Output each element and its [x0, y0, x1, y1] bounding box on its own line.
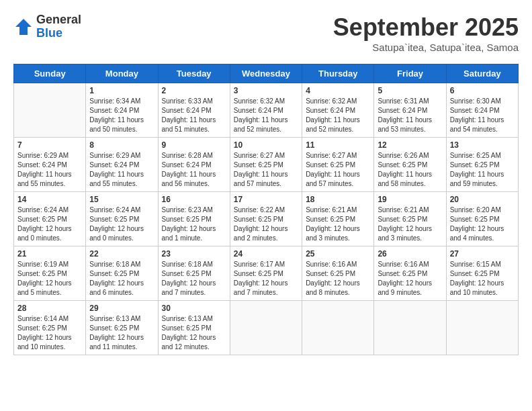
- day-info: Sunrise: 6:26 AMSunset: 6:25 PMDaylight:…: [378, 151, 442, 189]
- calendar-cell: 21Sunrise: 6:19 AMSunset: 6:25 PMDayligh…: [14, 246, 86, 301]
- day-number: 26: [378, 249, 442, 259]
- day-header-wednesday: Wednesday: [230, 64, 302, 83]
- calendar-cell: 13Sunrise: 6:25 AMSunset: 6:25 PMDayligh…: [446, 138, 518, 192]
- calendar-cell: 24Sunrise: 6:17 AMSunset: 6:25 PMDayligh…: [230, 246, 302, 301]
- day-info: Sunrise: 6:32 AMSunset: 6:24 PMDaylight:…: [306, 97, 370, 134]
- calendar-cell: 23Sunrise: 6:18 AMSunset: 6:25 PMDayligh…: [158, 246, 230, 301]
- calendar-cell: 11Sunrise: 6:27 AMSunset: 6:25 PMDayligh…: [302, 138, 374, 192]
- calendar-cell: 10Sunrise: 6:27 AMSunset: 6:25 PMDayligh…: [230, 138, 302, 192]
- page-header: General Blue September 2025 Satupa`itea,…: [13, 13, 519, 53]
- day-number: 21: [17, 249, 82, 259]
- calendar-cell: 12Sunrise: 6:26 AMSunset: 6:25 PMDayligh…: [374, 138, 446, 192]
- day-info: Sunrise: 6:14 AMSunset: 6:25 PMDaylight:…: [17, 314, 82, 352]
- calendar-cell: 27Sunrise: 6:15 AMSunset: 6:25 PMDayligh…: [446, 246, 518, 301]
- day-number: 16: [162, 195, 226, 204]
- day-info: Sunrise: 6:13 AMSunset: 6:25 PMDaylight:…: [162, 314, 226, 352]
- calendar-cell: 18Sunrise: 6:21 AMSunset: 6:25 PMDayligh…: [302, 192, 374, 246]
- day-number: 18: [306, 195, 370, 204]
- calendar-cell: 9Sunrise: 6:28 AMSunset: 6:24 PMDaylight…: [158, 138, 230, 192]
- day-number: 28: [17, 304, 82, 313]
- calendar-week-row: 28Sunrise: 6:14 AMSunset: 6:25 PMDayligh…: [14, 301, 519, 355]
- day-info: Sunrise: 6:25 AMSunset: 6:25 PMDaylight:…: [450, 151, 515, 189]
- calendar-cell: [14, 83, 86, 138]
- calendar-cell: 16Sunrise: 6:23 AMSunset: 6:25 PMDayligh…: [158, 192, 230, 246]
- calendar-cell: 2Sunrise: 6:33 AMSunset: 6:24 PMDaylight…: [158, 83, 230, 138]
- calendar-cell: 7Sunrise: 6:29 AMSunset: 6:24 PMDaylight…: [14, 138, 86, 192]
- day-header-friday: Friday: [374, 64, 446, 83]
- day-number: 8: [89, 140, 154, 150]
- day-number: 27: [450, 249, 515, 259]
- day-info: Sunrise: 6:18 AMSunset: 6:25 PMDaylight:…: [89, 260, 154, 298]
- calendar-title: September 2025: [333, 13, 519, 42]
- calendar-cell: 22Sunrise: 6:18 AMSunset: 6:25 PMDayligh…: [86, 246, 158, 301]
- day-info: Sunrise: 6:16 AMSunset: 6:25 PMDaylight:…: [306, 260, 370, 298]
- calendar-cell: 14Sunrise: 6:24 AMSunset: 6:25 PMDayligh…: [14, 192, 86, 246]
- calendar-subtitle: Satupa`itea, Satupa`itea, Samoa: [333, 42, 519, 53]
- calendar-cell: [302, 301, 374, 355]
- calendar-week-row: 7Sunrise: 6:29 AMSunset: 6:24 PMDaylight…: [14, 138, 519, 192]
- day-header-saturday: Saturday: [446, 64, 518, 83]
- day-info: Sunrise: 6:29 AMSunset: 6:24 PMDaylight:…: [17, 151, 82, 189]
- title-block: September 2025 Satupa`itea, Satupa`itea,…: [333, 13, 519, 53]
- calendar-header-row: SundayMondayTuesdayWednesdayThursdayFrid…: [14, 64, 519, 83]
- day-number: 2: [162, 86, 226, 95]
- calendar-cell: [230, 301, 302, 355]
- day-number: 29: [89, 304, 154, 313]
- day-number: 3: [234, 86, 298, 95]
- day-number: 10: [234, 140, 298, 150]
- calendar-cell: 20Sunrise: 6:20 AMSunset: 6:25 PMDayligh…: [446, 192, 518, 246]
- day-number: 13: [450, 140, 515, 150]
- day-number: 12: [378, 140, 442, 150]
- day-number: 9: [162, 140, 226, 150]
- svg-marker-0: [15, 19, 32, 35]
- calendar-table: SundayMondayTuesdayWednesdayThursdayFrid…: [13, 64, 519, 355]
- day-number: 30: [162, 304, 226, 313]
- day-info: Sunrise: 6:31 AMSunset: 6:24 PMDaylight:…: [378, 97, 442, 134]
- day-number: 6: [450, 86, 515, 95]
- day-info: Sunrise: 6:29 AMSunset: 6:24 PMDaylight:…: [89, 151, 154, 189]
- day-info: Sunrise: 6:15 AMSunset: 6:25 PMDaylight:…: [450, 260, 515, 298]
- calendar-cell: 25Sunrise: 6:16 AMSunset: 6:25 PMDayligh…: [302, 246, 374, 301]
- calendar-cell: 17Sunrise: 6:22 AMSunset: 6:25 PMDayligh…: [230, 192, 302, 246]
- day-number: 19: [378, 195, 442, 204]
- day-number: 7: [17, 140, 82, 150]
- day-header-sunday: Sunday: [14, 64, 86, 83]
- day-number: 20: [450, 195, 515, 204]
- day-info: Sunrise: 6:24 AMSunset: 6:25 PMDaylight:…: [17, 205, 82, 243]
- calendar-cell: 4Sunrise: 6:32 AMSunset: 6:24 PMDaylight…: [302, 83, 374, 138]
- day-number: 17: [234, 195, 298, 204]
- calendar-cell: 19Sunrise: 6:21 AMSunset: 6:25 PMDayligh…: [374, 192, 446, 246]
- day-number: 14: [17, 195, 82, 204]
- day-header-thursday: Thursday: [302, 64, 374, 83]
- logo-icon: [13, 17, 34, 37]
- day-info: Sunrise: 6:24 AMSunset: 6:25 PMDaylight:…: [89, 205, 154, 243]
- calendar-cell: 3Sunrise: 6:32 AMSunset: 6:24 PMDaylight…: [230, 83, 302, 138]
- calendar-cell: [374, 301, 446, 355]
- day-info: Sunrise: 6:18 AMSunset: 6:25 PMDaylight:…: [162, 260, 226, 298]
- calendar-cell: 1Sunrise: 6:34 AMSunset: 6:24 PMDaylight…: [86, 83, 158, 138]
- day-number: 5: [378, 86, 442, 95]
- logo-text: General Blue: [36, 13, 81, 40]
- day-number: 11: [306, 140, 370, 150]
- calendar-cell: 28Sunrise: 6:14 AMSunset: 6:25 PMDayligh…: [14, 301, 86, 355]
- day-info: Sunrise: 6:13 AMSunset: 6:25 PMDaylight:…: [89, 314, 154, 352]
- day-info: Sunrise: 6:22 AMSunset: 6:25 PMDaylight:…: [234, 205, 298, 243]
- day-number: 22: [89, 249, 154, 259]
- day-info: Sunrise: 6:34 AMSunset: 6:24 PMDaylight:…: [89, 97, 154, 134]
- day-number: 23: [162, 249, 226, 259]
- day-info: Sunrise: 6:28 AMSunset: 6:24 PMDaylight:…: [162, 151, 226, 189]
- day-info: Sunrise: 6:23 AMSunset: 6:25 PMDaylight:…: [162, 205, 226, 243]
- calendar-cell: 5Sunrise: 6:31 AMSunset: 6:24 PMDaylight…: [374, 83, 446, 138]
- calendar-cell: 6Sunrise: 6:30 AMSunset: 6:24 PMDaylight…: [446, 83, 518, 138]
- day-info: Sunrise: 6:32 AMSunset: 6:24 PMDaylight:…: [234, 97, 298, 134]
- logo-general: General: [36, 13, 81, 27]
- day-info: Sunrise: 6:21 AMSunset: 6:25 PMDaylight:…: [378, 205, 442, 243]
- calendar-cell: 26Sunrise: 6:16 AMSunset: 6:25 PMDayligh…: [374, 246, 446, 301]
- day-info: Sunrise: 6:21 AMSunset: 6:25 PMDaylight:…: [306, 205, 370, 243]
- calendar-cell: 30Sunrise: 6:13 AMSunset: 6:25 PMDayligh…: [158, 301, 230, 355]
- calendar-week-row: 14Sunrise: 6:24 AMSunset: 6:25 PMDayligh…: [14, 192, 519, 246]
- day-info: Sunrise: 6:19 AMSunset: 6:25 PMDaylight:…: [17, 260, 82, 298]
- day-info: Sunrise: 6:17 AMSunset: 6:25 PMDaylight:…: [234, 260, 298, 298]
- day-info: Sunrise: 6:27 AMSunset: 6:25 PMDaylight:…: [306, 151, 370, 189]
- day-info: Sunrise: 6:30 AMSunset: 6:24 PMDaylight:…: [450, 97, 515, 134]
